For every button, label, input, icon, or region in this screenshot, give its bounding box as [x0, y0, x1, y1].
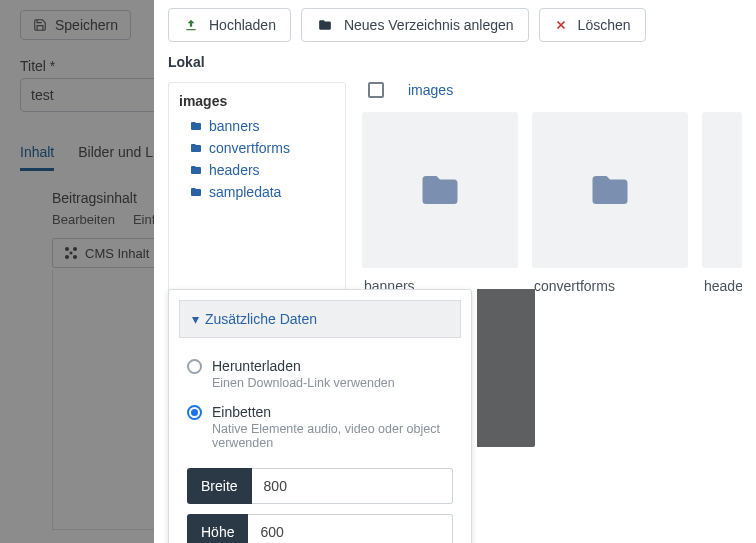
select-all-checkbox[interactable] — [368, 82, 384, 98]
tree-item-convertforms[interactable]: convertforms — [179, 137, 335, 159]
additional-data-popover: ▾ Zusätzliche Daten Herunterladen Einen … — [168, 289, 472, 543]
radio-icon — [187, 405, 202, 420]
delete-icon — [554, 18, 568, 32]
height-input[interactable] — [248, 514, 453, 543]
width-input[interactable] — [252, 468, 453, 504]
local-label: Lokal — [154, 50, 756, 82]
folder-card-headers[interactable]: headers — [702, 112, 742, 298]
caret-down-icon: ▾ — [192, 311, 199, 327]
content-area: images banners convertforms he — [362, 82, 742, 298]
folder-card-banners[interactable]: banners — [362, 112, 518, 298]
radio-embed[interactable]: Einbetten — [187, 398, 453, 422]
folder-icon — [189, 164, 203, 176]
breadcrumb[interactable]: images — [408, 82, 453, 98]
delete-button[interactable]: Löschen — [539, 8, 646, 42]
tree-item-sampledata[interactable]: sampledata — [179, 181, 335, 203]
radio-download-desc: Einen Download-Link verwenden — [187, 376, 453, 398]
folder-icon — [189, 142, 203, 154]
new-dir-button[interactable]: Neues Verzeichnis anlegen — [301, 8, 529, 42]
folder-large-icon — [584, 169, 636, 211]
folder-grid: banners convertforms headers — [362, 112, 742, 298]
tree-item-headers[interactable]: headers — [179, 159, 335, 181]
folder-card-convertforms[interactable]: convertforms — [532, 112, 688, 298]
folder-large-icon — [414, 169, 466, 211]
radio-download[interactable]: Herunterladen — [187, 352, 453, 376]
upload-button[interactable]: Hochladen — [168, 8, 291, 42]
new-dir-label: Neues Verzeichnis anlegen — [344, 17, 514, 33]
width-label: Breite — [187, 468, 252, 504]
folder-icon — [189, 120, 203, 132]
tree-root[interactable]: images — [179, 93, 335, 109]
tree-item-banners[interactable]: banners — [179, 115, 335, 137]
delete-label: Löschen — [578, 17, 631, 33]
svg-rect-5 — [186, 29, 195, 30]
radio-icon — [187, 359, 202, 374]
upload-icon — [183, 18, 199, 32]
partial-thumbnail — [477, 289, 535, 447]
folder-icon — [316, 18, 334, 32]
media-toolbar: Hochladen Neues Verzeichnis anlegen Lösc… — [154, 0, 756, 50]
radio-embed-desc: Native Elemente audio, video oder object… — [187, 422, 453, 458]
upload-label: Hochladen — [209, 17, 276, 33]
folder-icon — [189, 186, 203, 198]
height-label: Höhe — [187, 514, 248, 543]
popover-header[interactable]: ▾ Zusätzliche Daten — [179, 300, 461, 338]
folder-tree: images banners convertforms headers samp… — [168, 82, 346, 298]
